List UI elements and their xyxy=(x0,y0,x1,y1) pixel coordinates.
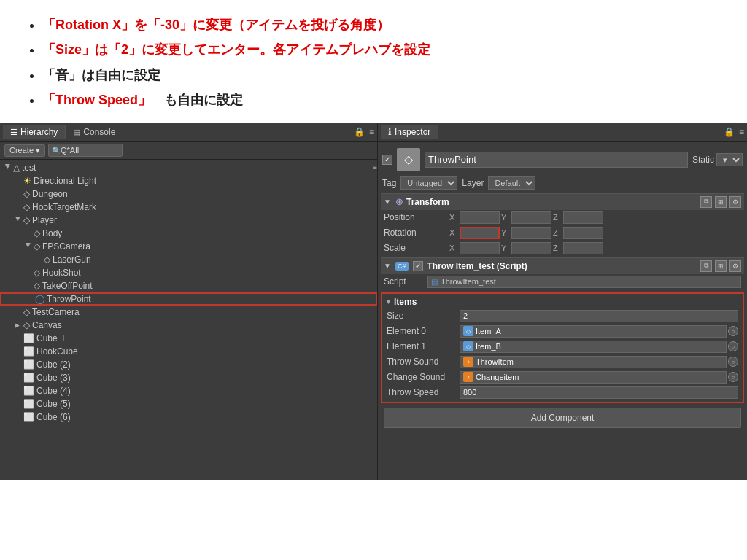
inspector-menu-icon[interactable]: ≡ xyxy=(739,127,744,137)
element1-value[interactable]: ◇ Item_B xyxy=(460,341,727,353)
fpscamera-item[interactable]: ▶ ◇ FPSCamera xyxy=(0,240,377,253)
pos-x-input[interactable]: -0.15 xyxy=(460,211,500,224)
size-value[interactable]: 2 xyxy=(460,310,738,322)
rot-z-label: Z xyxy=(553,228,562,237)
add-component-button[interactable]: Add Component xyxy=(384,408,741,428)
search-box[interactable]: 🔍 xyxy=(48,144,123,157)
throwspeed-value[interactable]: 800 xyxy=(460,386,738,399)
throwspeed-text: 800 xyxy=(463,388,476,397)
hookcube-item[interactable]: ⬜ HookCube xyxy=(0,345,377,358)
cube5-item[interactable]: ⬜ Cube (5) xyxy=(0,397,377,411)
create-button[interactable]: Create ▾ xyxy=(4,144,45,157)
inspector-tab[interactable]: ℹ Inspector xyxy=(381,125,438,139)
body-item[interactable]: ◇ Body xyxy=(0,227,377,240)
hooktargetmark-item[interactable]: ◇ HookTargetMark xyxy=(0,201,377,214)
script-field-row: Script ▤ ThrowItem_test xyxy=(381,274,744,289)
object-name-field[interactable] xyxy=(425,152,688,168)
cube6-item[interactable]: ⬜ Cube (6) xyxy=(0,411,377,424)
element0-value[interactable]: ◇ Item_A xyxy=(460,325,727,338)
transform-gear-icon[interactable]: ⚙ xyxy=(729,196,741,208)
cubee-item[interactable]: ⬜ Cube_E xyxy=(0,332,377,345)
inspector-lock-icon[interactable]: 🔒 xyxy=(724,127,735,137)
element1-prefab-icon: ◇ xyxy=(463,341,473,351)
scale-z-input[interactable]: 1 xyxy=(563,242,603,254)
transform-copy-icon[interactable]: ⧉ xyxy=(700,196,712,208)
lock-icon[interactable]: 🔒 xyxy=(354,127,365,137)
tag-layer-row: Tag Untagged Layer Default xyxy=(381,174,744,192)
dungeon-item[interactable]: ◇ Dungeon xyxy=(0,187,377,201)
cube3-item[interactable]: ⬜ Cube (3) xyxy=(0,371,377,384)
instruction-2: 「Size」は「2」に変更してエンター。各アイテムプレハブを設定 xyxy=(42,38,725,61)
script-value-field[interactable]: ▤ ThrowItem_test xyxy=(427,276,741,288)
throwpoint-item[interactable]: ◯ ThrowPoint xyxy=(0,292,377,306)
element1-label: Element 1 xyxy=(387,341,460,351)
scene-root[interactable]: ▶ △ test ≡ xyxy=(0,161,377,174)
script-copy-icon[interactable]: ⧉ xyxy=(700,260,712,272)
takeoffpoint-item[interactable]: ◇ TakeOffPoint xyxy=(0,279,377,292)
rot-y-input[interactable]: 0 xyxy=(511,227,551,239)
lasergun-item[interactable]: ◇ LaserGun xyxy=(0,253,377,266)
hc-icon: ⬜ xyxy=(23,346,34,357)
csharp-icon: C# xyxy=(395,262,409,271)
canvas-item[interactable]: ▶ ◇ Canvas xyxy=(0,319,377,332)
tag-dropdown[interactable]: Untagged xyxy=(400,176,457,190)
player-item[interactable]: ▶ ◇ Player xyxy=(0,214,377,227)
cubee-label: Cube_E xyxy=(36,333,68,343)
element0-circle-btn[interactable]: ○ xyxy=(728,326,738,336)
pos-y-input[interactable]: 0.5 xyxy=(511,211,551,224)
rot-x-input[interactable]: -30 xyxy=(460,227,500,239)
inspector-header: ◇ Static ▾ xyxy=(381,145,744,174)
fps-arrow: ▶ xyxy=(25,243,32,250)
script-gear-icon[interactable]: ⚙ xyxy=(729,260,741,272)
search-input[interactable] xyxy=(61,146,119,155)
create-label: Create xyxy=(9,146,34,155)
active-checkbox[interactable] xyxy=(382,155,392,165)
cube3-label: Cube (3) xyxy=(36,373,71,383)
rot-z-input[interactable]: 0 xyxy=(563,227,603,239)
transform-grid-icon[interactable]: ⊞ xyxy=(715,196,727,208)
throwsound-audio-icon: ♪ xyxy=(463,357,473,367)
c2-icon: ⬜ xyxy=(23,359,34,370)
tag-label: Tag xyxy=(382,178,396,188)
inspector-tab-label: Inspector xyxy=(395,127,430,137)
console-tab[interactable]: ▤ Console xyxy=(66,125,123,139)
player-label: Player xyxy=(32,215,57,225)
menu-icon[interactable]: ≡ xyxy=(369,127,374,137)
items-header: ▼ Items xyxy=(384,295,741,308)
testcamera-item[interactable]: ◇ TestCamera xyxy=(0,306,377,319)
hooktargetmark-label: HookTargetMark xyxy=(32,202,96,212)
tp-icon: ◯ xyxy=(35,294,44,304)
hookshot-item[interactable]: ◇ HookShot xyxy=(0,266,377,279)
throwsound-value[interactable]: ♪ ThrowItem xyxy=(460,356,727,368)
size-label: Size xyxy=(387,311,460,321)
script-grid-icon[interactable]: ⊞ xyxy=(715,260,727,272)
throwsound-row: Throw Sound ♪ ThrowItem ○ xyxy=(384,354,741,370)
layer-dropdown[interactable]: Default xyxy=(488,176,535,190)
inspector-tabs: ℹ Inspector 🔒 ≡ xyxy=(378,123,747,142)
fpscamera-label: FPSCamera xyxy=(42,241,90,252)
size-row: Size 2 xyxy=(384,308,741,324)
c3-icon: ⬜ xyxy=(23,373,34,383)
changesound-value[interactable]: ♪ Changeitem xyxy=(460,371,727,384)
rot-x-label: X xyxy=(449,228,458,237)
throwspeed-label: Throw Speed xyxy=(387,387,460,397)
testcamera-label: TestCamera xyxy=(32,307,80,317)
throwsound-text: ThrowItem xyxy=(476,357,514,366)
throwsound-circle-btn[interactable]: ○ xyxy=(728,357,738,367)
hierarchy-tab-label: Hierarchy xyxy=(20,127,58,137)
hierarchy-tab[interactable]: ☰ Hierarchy xyxy=(3,125,66,139)
hierarchy-content[interactable]: ▶ △ test ≡ ☀ Directional Light ◇ Dungeon… xyxy=(0,160,377,480)
cube4-item[interactable]: ⬜ Cube (4) xyxy=(0,384,377,397)
static-dropdown[interactable]: ▾ xyxy=(716,153,743,166)
pos-z-input[interactable]: 0.5 xyxy=(563,211,603,224)
cube2-item[interactable]: ⬜ Cube (2) xyxy=(0,358,377,371)
scale-y-input[interactable]: 1 xyxy=(511,242,551,254)
directional-light-item[interactable]: ☀ Directional Light xyxy=(0,174,377,187)
script-active-checkbox[interactable] xyxy=(413,261,423,271)
element1-circle-btn[interactable]: ○ xyxy=(728,341,738,351)
position-fields: X -0.15 Y 0.5 Z 0.5 xyxy=(449,211,741,224)
changesound-circle-btn[interactable]: ○ xyxy=(728,372,738,382)
throwpoint-label: ThrowPoint xyxy=(47,294,91,304)
left-panel: ☰ Hierarchy ▤ Console 🔒 ≡ Create ▾ 🔍 xyxy=(0,123,378,480)
scale-x-input[interactable]: 1 xyxy=(460,242,500,254)
